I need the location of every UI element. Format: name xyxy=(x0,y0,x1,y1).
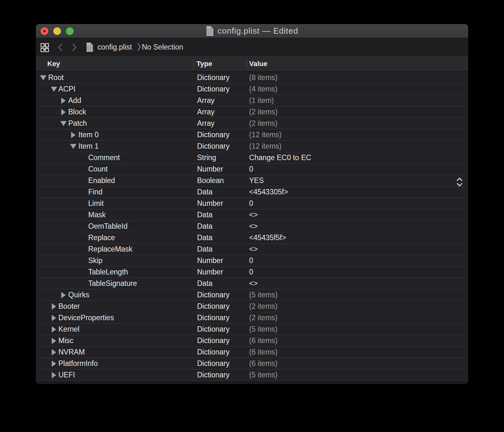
svg-text:PLIST: PLIST xyxy=(88,50,92,51)
svg-text:PLIST: PLIST xyxy=(207,34,212,36)
